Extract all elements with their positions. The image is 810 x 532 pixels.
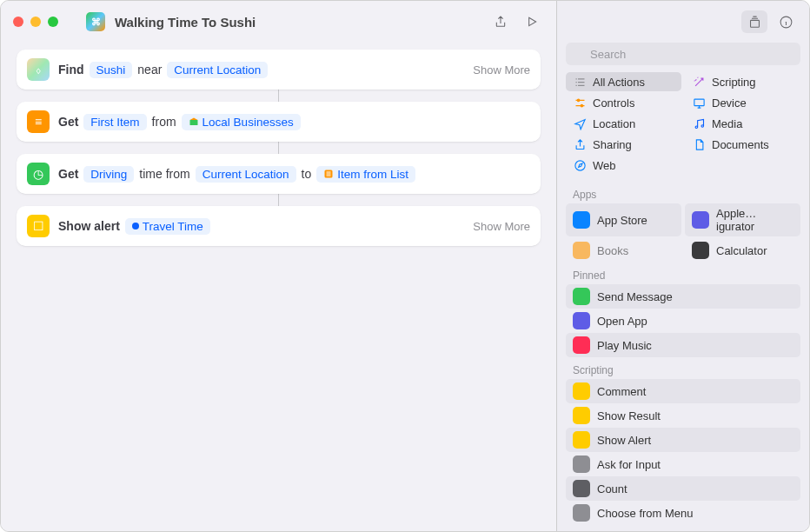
library-icon — [747, 15, 762, 30]
category-scripting[interactable]: Scripting — [685, 72, 800, 91]
item-label: Books — [597, 244, 628, 257]
category-media[interactable]: Media — [685, 114, 800, 133]
action-token[interactable]: Item from List — [316, 166, 415, 183]
action-token[interactable]: Travel Time — [125, 218, 210, 235]
action-icon: ☐ — [27, 215, 50, 237]
category-device[interactable]: Device — [685, 93, 800, 112]
action-verb: Get — [58, 115, 78, 129]
item-label: Choose from Menu — [597, 507, 694, 520]
category-sharing[interactable]: Sharing — [566, 135, 681, 154]
workflow-canvas[interactable]: ⬨FindSushinearCurrent LocationShow More≡… — [1, 43, 556, 262]
svg-rect-7 — [694, 99, 703, 106]
category-label: Web — [593, 159, 616, 172]
list-item[interactable]: Ask for Input — [566, 452, 800, 476]
item-icon — [692, 242, 709, 259]
category-label: Location — [593, 117, 635, 130]
svg-point-10 — [574, 160, 584, 170]
zoom-window-button[interactable] — [48, 17, 58, 27]
action-token[interactable]: Local Businesses — [182, 114, 301, 130]
svg-point-9 — [701, 124, 704, 127]
list-item[interactable]: Show Alert — [566, 428, 800, 452]
action-block[interactable]: ≡GetFirst Itemfrom Local Businesses — [17, 102, 541, 142]
item-icon — [573, 382, 590, 400]
action-block[interactable]: ☐Show alert Travel TimeShow More — [17, 206, 541, 246]
category-label: Device — [712, 96, 747, 110]
svg-point-5 — [577, 99, 580, 102]
safari-icon — [573, 158, 587, 172]
action-block[interactable]: ◷GetDrivingtime fromCurrent Locationto I… — [17, 154, 541, 194]
show-more-button[interactable]: Show More — [473, 63, 530, 76]
minimize-window-button[interactable] — [30, 17, 41, 27]
action-word: to — [302, 167, 312, 181]
item-icon — [692, 211, 709, 229]
action-verb: Get — [58, 167, 78, 181]
category-controls[interactable]: Controls — [566, 93, 681, 112]
category-all-actions[interactable]: All Actions — [566, 72, 681, 91]
action-token[interactable]: Current Location — [196, 166, 296, 183]
list-item[interactable]: Play Music — [566, 333, 800, 357]
category-label: Media — [712, 117, 742, 130]
library-button[interactable] — [741, 10, 767, 33]
action-word: from — [152, 115, 176, 129]
list-item[interactable]: Count — [566, 476, 800, 501]
traffic-lights — [13, 17, 58, 27]
scripting-list: CommentShow ResultShow AlertAsk for Inpu… — [557, 379, 809, 525]
item-label: Ask for Input — [597, 458, 661, 471]
item-label: App Store — [597, 214, 647, 227]
share-icon — [494, 15, 508, 29]
category-label: Controls — [593, 96, 634, 110]
item-label: Play Music — [597, 339, 652, 352]
list-item[interactable]: Calculator — [685, 238, 800, 263]
item-label: Count — [597, 482, 627, 495]
item-label: Open App — [597, 315, 647, 328]
category-location[interactable]: Location — [566, 114, 681, 133]
titlebar: ⌘ Walking Time To Sushi — [1, 1, 556, 43]
action-icon: ⬨ — [27, 58, 50, 81]
search-input[interactable] — [566, 43, 800, 65]
svg-rect-0 — [189, 120, 197, 125]
show-more-button[interactable]: Show More — [473, 220, 530, 233]
action-text: FindSushinearCurrent Location — [58, 62, 268, 78]
list-item[interactable]: Send Message — [566, 284, 800, 309]
list-item[interactable]: App Store — [566, 203, 681, 236]
item-label: Show Alert — [597, 434, 651, 447]
info-button[interactable] — [773, 10, 799, 33]
item-label: Send Message — [597, 290, 673, 303]
run-button[interactable] — [520, 10, 544, 33]
list-item[interactable]: Comment — [566, 379, 800, 403]
item-icon — [573, 431, 590, 449]
share-button[interactable] — [488, 10, 513, 33]
action-token[interactable]: First Item — [83, 114, 146, 130]
item-icon — [573, 288, 590, 305]
item-label: Apple…igurator — [716, 207, 793, 233]
action-token[interactable]: Driving — [83, 166, 134, 183]
list-item[interactable]: Apple…igurator — [685, 203, 800, 236]
category-documents[interactable]: Documents — [685, 135, 800, 154]
list-item[interactable]: Books — [566, 238, 681, 263]
action-icon: ≡ — [27, 110, 50, 133]
svg-rect-2 — [750, 20, 759, 27]
list-item[interactable]: Choose from Menu — [566, 501, 800, 525]
action-word: time from — [139, 167, 189, 181]
item-icon — [573, 456, 590, 473]
doc-icon — [692, 137, 706, 151]
category-label: Scripting — [712, 76, 756, 89]
item-label: Comment — [597, 385, 646, 398]
category-web[interactable]: Web — [566, 156, 681, 175]
list-item[interactable]: Show Result — [566, 403, 800, 428]
close-window-button[interactable] — [13, 17, 23, 27]
action-verb: Show alert — [58, 219, 120, 233]
item-icon — [573, 480, 590, 497]
action-token[interactable]: Current Location — [167, 62, 268, 78]
category-label: Sharing — [593, 138, 632, 151]
music-icon — [692, 116, 706, 130]
category-label: Documents — [712, 138, 769, 151]
list-item[interactable]: Open App — [566, 309, 800, 333]
action-word: near — [137, 63, 162, 76]
shortcut-icon: ⌘ — [86, 12, 105, 31]
section-pinned-label: Pinned — [557, 263, 809, 284]
action-block[interactable]: ⬨FindSushinearCurrent LocationShow More — [17, 50, 541, 90]
action-token[interactable]: Sushi — [90, 62, 133, 78]
svg-point-8 — [695, 126, 698, 129]
sidebar: All ActionsScriptingControlsDeviceLocati… — [557, 1, 809, 531]
